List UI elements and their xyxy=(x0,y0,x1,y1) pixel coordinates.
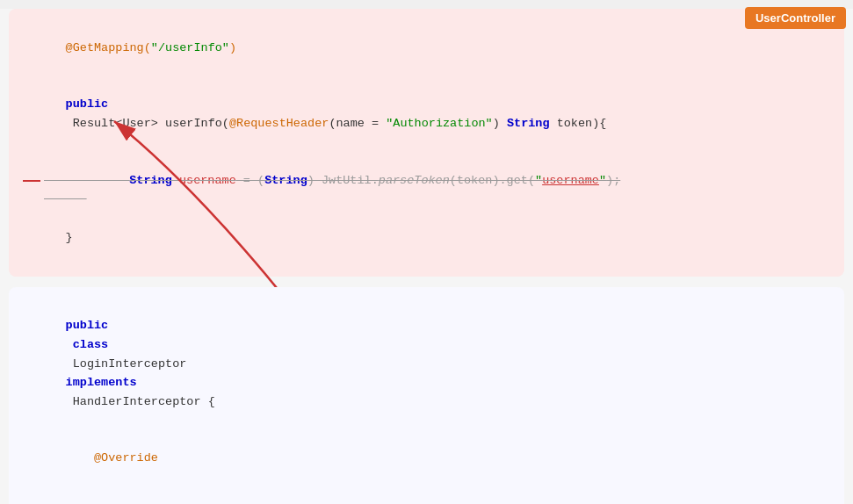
bottom-code-block: public class LoginInterceptor implements… xyxy=(9,287,844,504)
bottom-line-2: @Override xyxy=(23,430,830,487)
code-line-4: } xyxy=(23,209,830,266)
user-controller-badge: UserController xyxy=(745,7,846,29)
top-code-block: UserController @GetMapping("/userInfo") … xyxy=(9,9,844,277)
code-line-1: @GetMapping("/userInfo") xyxy=(23,19,830,76)
bottom-line-1: public class LoginInterceptor implements… xyxy=(23,298,830,430)
page-container: UserController @GetMapping("/userInfo") … xyxy=(0,9,853,504)
code-line-2: public Result<User> userInfo(@RequestHea… xyxy=(23,76,830,152)
bottom-line-3: public boolean preHandle(HttpServletRequ… xyxy=(23,487,830,504)
annotation-getmapping: @GetMapping("/userInfo") xyxy=(66,41,236,54)
kw-public: public xyxy=(66,97,109,111)
code-line-3: String username = (String) JwtUtil.parse… xyxy=(23,152,830,209)
